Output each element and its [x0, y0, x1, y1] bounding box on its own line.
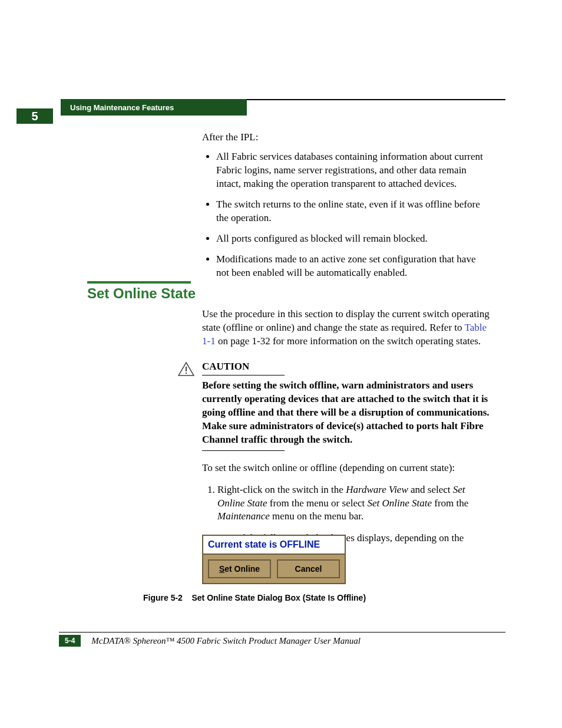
step-text: from the menu or select — [267, 498, 368, 509]
ipl-bullet: The switch returns to the online state, … — [216, 198, 491, 225]
section-intro-pre: Use the procedure in this section to dis… — [202, 308, 490, 333]
section-intro-post: on page 1-32 for more information on the… — [216, 335, 481, 347]
chapter-tab-label: Using Maintenance Features — [70, 103, 174, 112]
ipl-bullet: All ports configured as blocked will rem… — [216, 232, 491, 246]
button-label-rest: et Online — [224, 564, 260, 574]
svg-rect-1 — [186, 373, 187, 374]
intro-content: After the IPL: All Fabric services datab… — [202, 131, 491, 291]
section-intro-paragraph: Use the procedure in this section to dis… — [202, 308, 491, 348]
manual-title: McDATA® Sphereon™ 4500 Fabric Switch Pro… — [91, 636, 361, 646]
figure-caption-text: Set Online State Dialog Box (State Is Of… — [191, 593, 366, 602]
step-text: menu on the menu bar. — [270, 510, 364, 522]
section-rule — [87, 281, 191, 284]
section-heading: Set Online State — [87, 285, 196, 302]
step-text: and select — [408, 484, 453, 495]
chapter-number: 5 — [31, 110, 38, 123]
step-text: from the — [432, 498, 468, 509]
cancel-button[interactable]: Cancel — [277, 559, 340, 578]
caution-icon — [178, 362, 194, 376]
chapter-tab: Using Maintenance Features — [61, 99, 247, 116]
caution-text: Before setting the switch offline, warn … — [202, 379, 491, 447]
dialog-button-row: Set Online Cancel — [203, 555, 345, 583]
dialog-title: Current state is OFFLINE — [203, 536, 345, 555]
maintenance-em: Maintenance — [217, 510, 270, 522]
set-online-button[interactable]: Set Online — [208, 559, 271, 578]
ipl-bullet: All Fabric services databases containing… — [216, 150, 491, 191]
mnemonic: S — [219, 564, 224, 574]
procedure-intro: To set the switch online or offline (dep… — [202, 462, 491, 475]
chapter-number-box: 5 — [16, 108, 53, 124]
page-number: 5-4 — [59, 635, 81, 647]
after-ipl-label: After the IPL: — [202, 131, 491, 144]
caution-bottom-rule — [202, 450, 285, 451]
footer: 5-4 McDATA® Sphereon™ 4500 Fabric Switch… — [59, 632, 505, 647]
step-text: Right-click on the switch in the — [217, 484, 346, 495]
header-area: Using Maintenance Features — [0, 99, 562, 116]
set-online-state-dialog: Current state is OFFLINE Set Online Canc… — [202, 535, 346, 584]
page: Using Maintenance Features 5 After the I… — [0, 0, 562, 728]
header-rule — [237, 99, 505, 100]
caution-label: CAUTION — [202, 360, 285, 375]
svg-rect-0 — [186, 367, 187, 371]
set-online-state-em: Set Online State — [367, 498, 432, 509]
ipl-bullet: Modifications made to an active zone set… — [216, 253, 491, 280]
figure-caption: Figure 5-2 Set Online State Dialog Box (… — [143, 593, 366, 602]
hardware-view-em: Hardware View — [346, 484, 408, 495]
ipl-bullet-list: All Fabric services databases containing… — [202, 150, 491, 280]
figure-label: Figure 5-2 — [143, 593, 183, 602]
